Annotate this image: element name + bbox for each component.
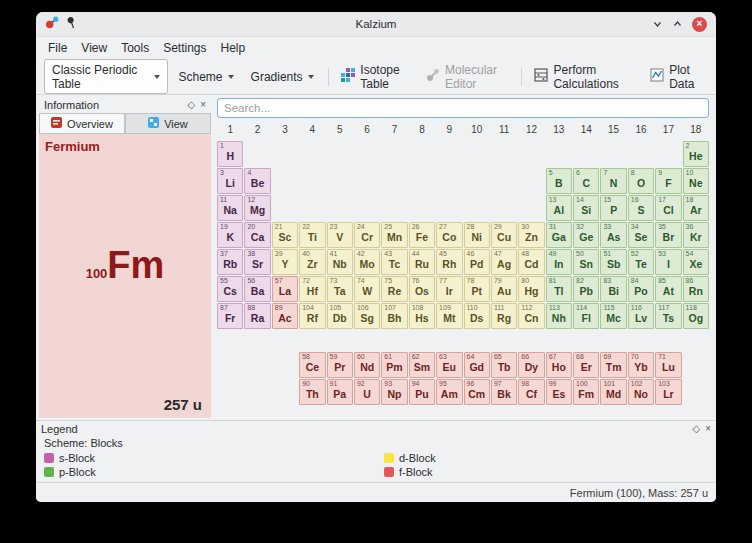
element-I[interactable]: 53I (655, 249, 681, 275)
element-At[interactable]: 85At (655, 276, 681, 302)
element-Fl[interactable]: 114Fl (573, 303, 599, 329)
element-In[interactable]: 49In (546, 249, 572, 275)
element-P[interactable]: 15P (600, 195, 626, 221)
element-B[interactable]: 5B (546, 168, 572, 194)
element-Br[interactable]: 35Br (655, 222, 681, 248)
element-Er[interactable]: 68Er (573, 352, 599, 378)
element-Bi[interactable]: 83Bi (600, 276, 626, 302)
element-Ag[interactable]: 47Ag (491, 249, 517, 275)
element-Am[interactable]: 95Am (436, 379, 462, 405)
isotope-table-button[interactable]: Isotope Table (336, 60, 416, 94)
element-As[interactable]: 33As (600, 222, 626, 248)
element-Fr[interactable]: 87Fr (217, 303, 243, 329)
element-Dy[interactable]: 66Dy (518, 352, 544, 378)
element-Tl[interactable]: 81Tl (546, 276, 572, 302)
element-W[interactable]: 74W (354, 276, 380, 302)
element-Cn[interactable]: 112Cn (518, 303, 544, 329)
element-Cf[interactable]: 98Cf (518, 379, 544, 405)
plot-data-button[interactable]: Plot Data (645, 60, 708, 94)
element-Mc[interactable]: 115Mc (600, 303, 626, 329)
element-Ir[interactable]: 77Ir (436, 276, 462, 302)
dock-close-icon[interactable]: × (705, 424, 711, 434)
element-Nh[interactable]: 113Nh (546, 303, 572, 329)
element-Zn[interactable]: 30Zn (518, 222, 544, 248)
element-Sb[interactable]: 51Sb (600, 249, 626, 275)
element-Ar[interactable]: 18Ar (683, 195, 709, 221)
element-Pt[interactable]: 78Pt (464, 276, 490, 302)
menu-view[interactable]: View (74, 39, 114, 57)
element-Ni[interactable]: 28Ni (464, 222, 490, 248)
element-Ce[interactable]: 58Ce (299, 352, 325, 378)
element-Ta[interactable]: 73Ta (327, 276, 353, 302)
element-Mt[interactable]: 109Mt (436, 303, 462, 329)
element-Sg[interactable]: 106Sg (354, 303, 380, 329)
molecular-editor-button[interactable]: Molecular Editor (421, 60, 513, 94)
element-Lv[interactable]: 116Lv (628, 303, 654, 329)
element-Hg[interactable]: 80Hg (518, 276, 544, 302)
element-Tc[interactable]: 43Tc (381, 249, 407, 275)
element-Sc[interactable]: 21Sc (272, 222, 298, 248)
element-S[interactable]: 16S (628, 195, 654, 221)
element-Xe[interactable]: 54Xe (683, 249, 709, 275)
element-Cl[interactable]: 17Cl (655, 195, 681, 221)
element-U[interactable]: 92U (354, 379, 380, 405)
element-Hs[interactable]: 108Hs (409, 303, 435, 329)
element-Al[interactable]: 13Al (546, 195, 572, 221)
element-Ge[interactable]: 32Ge (573, 222, 599, 248)
close-button[interactable]: × (692, 17, 707, 32)
element-Sn[interactable]: 50Sn (573, 249, 599, 275)
element-Bk[interactable]: 97Bk (491, 379, 517, 405)
element-Cd[interactable]: 48Cd (518, 249, 544, 275)
element-Ra[interactable]: 88Ra (244, 303, 270, 329)
element-Cr[interactable]: 24Cr (354, 222, 380, 248)
element-Mn[interactable]: 25Mn (381, 222, 407, 248)
element-Ba[interactable]: 56Ba (244, 276, 270, 302)
element-Cu[interactable]: 29Cu (491, 222, 517, 248)
element-Mo[interactable]: 42Mo (354, 249, 380, 275)
perform-calculations-button[interactable]: Perform Calculations (529, 60, 640, 94)
element-Yb[interactable]: 70Yb (628, 352, 654, 378)
element-Ac[interactable]: 89Ac (272, 303, 298, 329)
element-Na[interactable]: 11Na (217, 195, 243, 221)
element-Y[interactable]: 39Y (272, 249, 298, 275)
element-V[interactable]: 23V (327, 222, 353, 248)
menu-settings[interactable]: Settings (156, 39, 213, 57)
element-Kr[interactable]: 36Kr (683, 222, 709, 248)
element-Tb[interactable]: 65Tb (491, 352, 517, 378)
element-Pm[interactable]: 61Pm (381, 352, 407, 378)
element-Si[interactable]: 14Si (573, 195, 599, 221)
element-Ds[interactable]: 110Ds (464, 303, 490, 329)
element-Ca[interactable]: 20Ca (244, 222, 270, 248)
element-Ru[interactable]: 44Ru (409, 249, 435, 275)
element-F[interactable]: 9F (655, 168, 681, 194)
element-Pu[interactable]: 94Pu (409, 379, 435, 405)
minimize-button[interactable] (652, 15, 663, 33)
element-Eu[interactable]: 63Eu (436, 352, 462, 378)
element-Cm[interactable]: 96Cm (464, 379, 490, 405)
element-Og[interactable]: 118Og (683, 303, 709, 329)
element-Fm[interactable]: 100Fm (573, 379, 599, 405)
element-Po[interactable]: 84Po (628, 276, 654, 302)
menu-tools[interactable]: Tools (114, 39, 156, 57)
element-N[interactable]: 7N (600, 168, 626, 194)
element-Np[interactable]: 93Np (381, 379, 407, 405)
element-Te[interactable]: 52Te (628, 249, 654, 275)
element-H[interactable]: 1H (217, 141, 243, 167)
element-Cs[interactable]: 55Cs (217, 276, 243, 302)
maximize-button[interactable] (672, 15, 683, 33)
element-Rf[interactable]: 104Rf (299, 303, 325, 329)
element-Es[interactable]: 99Es (546, 379, 572, 405)
element-Ts[interactable]: 117Ts (655, 303, 681, 329)
menu-file[interactable]: File (41, 39, 74, 57)
gradients-dropdown[interactable]: Gradients (245, 67, 320, 87)
scheme-dropdown[interactable]: Scheme (173, 67, 240, 87)
dock-float-icon[interactable]: ◇ (692, 424, 700, 434)
element-Rn[interactable]: 86Rn (683, 276, 709, 302)
element-Rg[interactable]: 111Rg (491, 303, 517, 329)
dock-float-icon[interactable]: ◇ (187, 100, 195, 110)
element-No[interactable]: 102No (628, 379, 654, 405)
menu-help[interactable]: Help (214, 39, 253, 57)
element-Rb[interactable]: 37Rb (217, 249, 243, 275)
element-Lr[interactable]: 103Lr (655, 379, 681, 405)
tab-view[interactable]: View (125, 113, 211, 134)
